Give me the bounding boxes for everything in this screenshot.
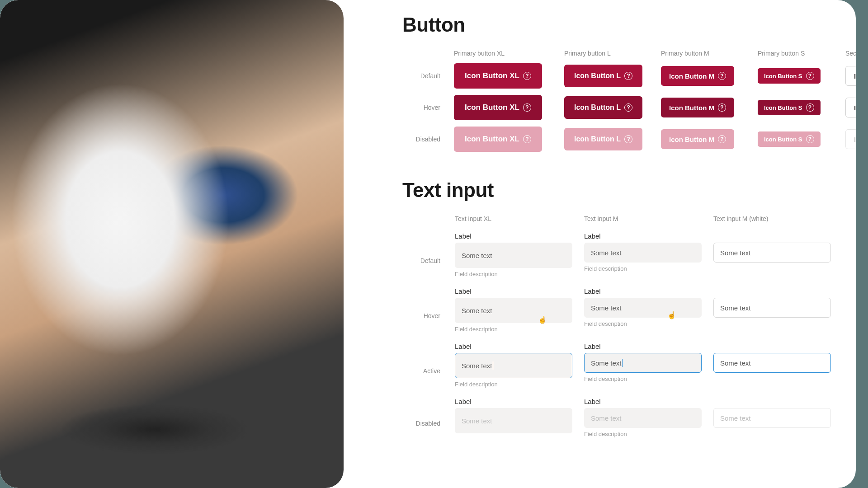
input-description: Field description [584, 320, 702, 327]
input-label: Label [584, 398, 702, 405]
help-icon: ? [718, 135, 726, 143]
primary-button-m-hover[interactable]: Icon Button M? [661, 98, 734, 117]
text-input-m-disabled: Some text [584, 408, 702, 428]
col-header-xl: Primary button XL [454, 50, 553, 57]
col-header-secondary-m: Secondary button M [845, 50, 856, 57]
help-icon: ? [523, 135, 531, 143]
primary-button-s-disabled: Icon Button S? [758, 131, 821, 147]
text-input-xl-default[interactable]: Some text [455, 243, 572, 268]
text-caret [493, 361, 493, 370]
primary-button-xl-default[interactable]: Icon Button XL? [454, 63, 542, 89]
secondary-button-m-hover[interactable]: Icon Button M? [845, 98, 856, 117]
input-label: Label [455, 232, 572, 240]
col-header-input-m: Text input M [584, 215, 702, 222]
row-label-default: Default [402, 72, 443, 80]
help-icon: ? [806, 135, 814, 143]
input-description: Field description [584, 375, 702, 382]
input-description: Field description [455, 381, 572, 388]
help-icon: ? [806, 72, 814, 80]
col-header-input-m-white: Text input M (white) [713, 215, 831, 222]
text-input-m-white-hover[interactable]: Some text [713, 298, 831, 318]
primary-button-xl-hover[interactable]: Icon Button XL? [454, 95, 542, 120]
secondary-button-m-default[interactable]: Icon Button M? [845, 66, 856, 86]
text-input-xl-hover[interactable]: Some text [455, 298, 572, 323]
secondary-button-m-disabled: Icon Button M? [845, 129, 856, 149]
hero-photo [0, 0, 344, 488]
section-title-button: Button [402, 14, 838, 36]
input-label: Label [455, 398, 572, 405]
help-icon: ? [624, 135, 632, 143]
primary-button-l-disabled: Icon Button L? [564, 128, 642, 150]
row-label-default-input: Default [402, 257, 443, 264]
input-label: Label [455, 343, 572, 350]
input-description: Field description [455, 326, 572, 333]
help-icon: ? [523, 72, 531, 80]
input-description: Field description [455, 271, 572, 277]
text-input-showcase-grid: Text input XL Text input M Text input M … [402, 215, 838, 437]
row-label-hover: Hover [402, 104, 443, 111]
help-icon: ? [624, 103, 632, 112]
text-input-xl-disabled: Some text [455, 408, 572, 433]
primary-button-l-hover[interactable]: Icon Button L? [564, 96, 642, 119]
section-title-text-input: Text input [402, 179, 838, 202]
primary-button-l-default[interactable]: Icon Button L? [564, 65, 642, 87]
help-icon: ? [624, 72, 632, 80]
row-label-disabled: Disabled [402, 136, 443, 143]
row-label-active-input: Active [402, 367, 443, 375]
primary-button-m-disabled: Icon Button M? [661, 129, 734, 149]
primary-button-s-default[interactable]: Icon Button S? [758, 68, 821, 84]
input-label: Label [455, 287, 572, 295]
help-icon: ? [523, 103, 531, 112]
help-icon: ? [718, 103, 726, 112]
input-description: Field description [584, 431, 702, 437]
text-input-xl-active[interactable]: Some text [455, 353, 572, 378]
col-header-input-xl: Text input XL [455, 215, 572, 222]
text-caret [622, 359, 623, 367]
text-input-m-active[interactable]: Some text [584, 353, 702, 373]
input-label: Label [584, 343, 702, 350]
primary-button-s-hover[interactable]: Icon Button S? [758, 100, 821, 115]
input-label: Label [584, 287, 702, 295]
row-label-disabled-input: Disabled [402, 420, 443, 427]
text-input-m-default[interactable]: Some text [584, 243, 702, 263]
text-input-m-white-default[interactable]: Some text [713, 243, 831, 263]
col-header-s: Primary button S [758, 50, 835, 57]
text-input-m-white-disabled: Some text [713, 408, 831, 428]
help-icon: ? [806, 103, 814, 112]
help-icon: ? [718, 72, 726, 80]
input-description: Field description [584, 265, 702, 272]
primary-button-m-default[interactable]: Icon Button M? [661, 66, 734, 86]
button-showcase-grid: Primary button XL Primary button L Prima… [402, 50, 838, 152]
col-header-m: Primary button M [661, 50, 747, 57]
row-label-hover-input: Hover [402, 312, 443, 319]
text-input-m-hover[interactable]: Some text [584, 298, 702, 318]
input-label: Label [584, 232, 702, 240]
text-input-m-white-active[interactable]: Some text [713, 353, 831, 373]
primary-button-xl-disabled: Icon Button XL? [454, 127, 542, 152]
col-header-l: Primary button L [564, 50, 650, 57]
